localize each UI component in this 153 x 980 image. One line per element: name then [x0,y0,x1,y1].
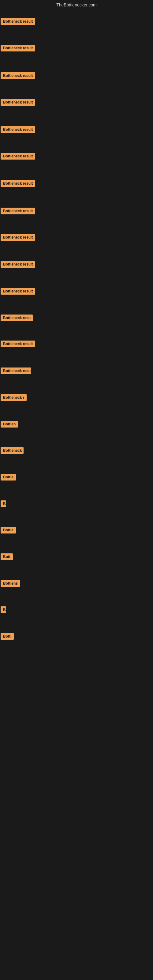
result-row: Bottleneck result [1,261,151,269]
results-container: Bottleneck resultBottleneck resultBottle… [0,10,153,978]
bottleneck-badge[interactable]: B [1,606,6,613]
bottleneck-badge[interactable]: Bottleneck r [1,394,27,401]
result-row: Bottleneck result [1,99,151,107]
result-row: Bottleneck [1,447,151,455]
bottleneck-badge[interactable]: Bottleneck result [1,288,35,294]
result-row: B [1,606,151,614]
result-row: Bottleneck result [1,234,151,242]
bottleneck-badge[interactable]: Bottlen [1,421,18,428]
bottleneck-badge[interactable]: Bottleneck result [1,180,35,187]
bottleneck-badge[interactable]: Bottle [1,527,16,533]
result-row: Bottleneck resu [1,315,151,323]
site-title-text: TheBottlenecker.com [56,2,97,7]
result-row: Bottleneck result [1,208,151,216]
result-row: Bottleneck r [1,394,151,402]
bottleneck-badge[interactable]: Bottleneck result [1,208,35,215]
bottleneck-badge[interactable]: Bottlens [1,580,20,587]
result-row: Bottle [1,527,151,535]
bottleneck-badge[interactable]: Bott [1,554,13,560]
bottleneck-badge[interactable]: Bottleneck result [1,72,35,79]
bottleneck-badge[interactable]: Bottleneck result [1,45,35,51]
bottleneck-badge[interactable]: Bottle [1,474,16,480]
result-row: Bottleneck result [1,153,151,161]
bottleneck-badge[interactable]: Bottleneck [1,447,24,454]
result-row: Bottle [1,474,151,482]
bottleneck-badge[interactable]: Bottl [1,633,14,640]
result-row: B [1,500,151,508]
bottleneck-badge[interactable]: Bottleneck resu [1,315,33,321]
bottleneck-badge[interactable]: B [1,500,6,507]
result-row: Bottleneck result [1,340,151,348]
bottleneck-badge[interactable]: Bottleneck resu [1,368,31,374]
result-row: Bottleneck resu [1,368,151,375]
site-title-bar: TheBottlenecker.com [0,0,153,10]
result-row: Bottleneck result [1,180,151,188]
bottleneck-badge[interactable]: Bottleneck result [1,340,35,347]
result-row: Bottleneck result [1,18,151,26]
result-row: Bott [1,554,151,562]
result-row: Bottlens [1,580,151,588]
result-row: Bottlen [1,421,151,429]
bottleneck-badge[interactable]: Bottleneck result [1,234,35,241]
bottleneck-badge[interactable]: Bottleneck result [1,153,35,159]
result-row: Bottl [1,633,151,641]
result-row: Bottleneck result [1,126,151,134]
result-row: Bottleneck result [1,72,151,80]
bottleneck-badge[interactable]: Bottleneck result [1,261,35,268]
result-row: Bottleneck result [1,45,151,52]
bottleneck-badge[interactable]: Bottleneck result [1,126,35,133]
bottleneck-badge[interactable]: Bottleneck result [1,18,35,25]
bottleneck-badge[interactable]: Bottleneck result [1,99,35,106]
result-row: Bottleneck result [1,288,151,296]
